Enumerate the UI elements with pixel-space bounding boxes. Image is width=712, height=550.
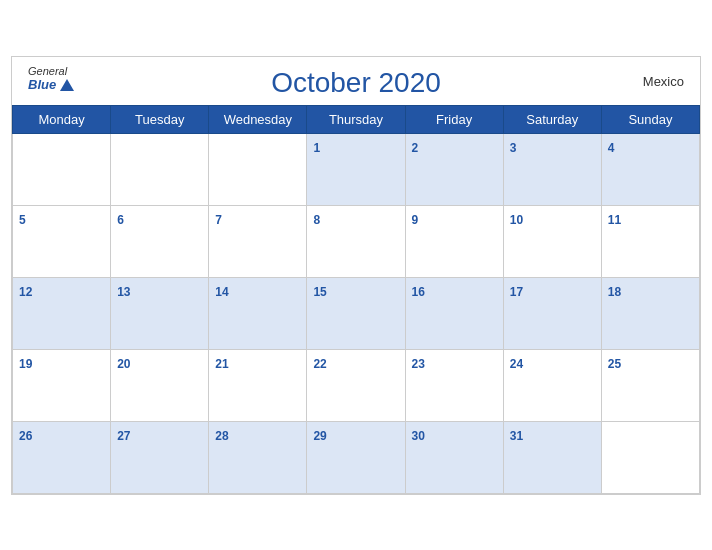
- day-number: 11: [608, 213, 621, 227]
- calendar-day-cell: 19: [13, 349, 111, 421]
- day-number: 27: [117, 429, 130, 443]
- header-sunday: Sunday: [601, 105, 699, 133]
- calendar-day-cell: 9: [405, 205, 503, 277]
- calendar-day-cell: 7: [209, 205, 307, 277]
- calendar-day-cell: 20: [111, 349, 209, 421]
- calendar-week-row: 567891011: [13, 205, 700, 277]
- day-number: 6: [117, 213, 124, 227]
- day-number: 3: [510, 141, 517, 155]
- day-number: 2: [412, 141, 419, 155]
- calendar-day-cell: 27: [111, 421, 209, 493]
- day-number: 23: [412, 357, 425, 371]
- day-number: 5: [19, 213, 26, 227]
- day-number: 18: [608, 285, 621, 299]
- calendar: General Blue October 2020 Mexico Monday …: [11, 56, 701, 495]
- calendar-title: October 2020: [271, 67, 441, 99]
- calendar-day-cell: 12: [13, 277, 111, 349]
- day-number: 4: [608, 141, 615, 155]
- calendar-week-row: 262728293031: [13, 421, 700, 493]
- svg-marker-0: [60, 79, 74, 91]
- calendar-day-cell: 10: [503, 205, 601, 277]
- calendar-day-cell: 23: [405, 349, 503, 421]
- brand-general-text: General: [28, 65, 74, 77]
- calendar-day-cell: [111, 133, 209, 205]
- calendar-day-cell: 18: [601, 277, 699, 349]
- day-number: 14: [215, 285, 228, 299]
- day-number: 30: [412, 429, 425, 443]
- calendar-day-cell: 28: [209, 421, 307, 493]
- calendar-week-row: 12131415161718: [13, 277, 700, 349]
- calendar-day-cell: 2: [405, 133, 503, 205]
- header-monday: Monday: [13, 105, 111, 133]
- day-number: 1: [313, 141, 320, 155]
- header-saturday: Saturday: [503, 105, 601, 133]
- day-number: 13: [117, 285, 130, 299]
- day-number: 26: [19, 429, 32, 443]
- calendar-day-cell: 5: [13, 205, 111, 277]
- day-number: 16: [412, 285, 425, 299]
- day-number: 8: [313, 213, 320, 227]
- calendar-day-cell: 6: [111, 205, 209, 277]
- calendar-day-cell: [209, 133, 307, 205]
- calendar-day-cell: 21: [209, 349, 307, 421]
- calendar-day-cell: [13, 133, 111, 205]
- day-number: 24: [510, 357, 523, 371]
- day-number: 10: [510, 213, 523, 227]
- day-number: 7: [215, 213, 222, 227]
- calendar-day-cell: 29: [307, 421, 405, 493]
- brand: General Blue: [28, 65, 74, 92]
- calendar-week-row: 19202122232425: [13, 349, 700, 421]
- calendar-day-cell: 17: [503, 277, 601, 349]
- calendar-day-cell: 15: [307, 277, 405, 349]
- day-number: 17: [510, 285, 523, 299]
- calendar-day-cell: 30: [405, 421, 503, 493]
- day-number: 22: [313, 357, 326, 371]
- header-wednesday: Wednesday: [209, 105, 307, 133]
- calendar-day-cell: 1: [307, 133, 405, 205]
- calendar-day-cell: [601, 421, 699, 493]
- brand-logo-icon: [60, 79, 74, 91]
- calendar-day-cell: 24: [503, 349, 601, 421]
- calendar-day-cell: 4: [601, 133, 699, 205]
- day-number: 19: [19, 357, 32, 371]
- calendar-day-cell: 16: [405, 277, 503, 349]
- brand-blue-text: Blue: [28, 77, 74, 92]
- day-number: 28: [215, 429, 228, 443]
- calendar-day-cell: 13: [111, 277, 209, 349]
- day-number: 25: [608, 357, 621, 371]
- header-friday: Friday: [405, 105, 503, 133]
- header-tuesday: Tuesday: [111, 105, 209, 133]
- country-label: Mexico: [643, 73, 684, 88]
- day-number: 15: [313, 285, 326, 299]
- day-number: 9: [412, 213, 419, 227]
- calendar-day-cell: 25: [601, 349, 699, 421]
- calendar-day-cell: 14: [209, 277, 307, 349]
- calendar-header: General Blue October 2020 Mexico: [12, 57, 700, 105]
- calendar-week-row: 1234: [13, 133, 700, 205]
- weekday-header-row: Monday Tuesday Wednesday Thursday Friday…: [13, 105, 700, 133]
- header-thursday: Thursday: [307, 105, 405, 133]
- calendar-day-cell: 31: [503, 421, 601, 493]
- calendar-day-cell: 22: [307, 349, 405, 421]
- calendar-day-cell: 26: [13, 421, 111, 493]
- calendar-day-cell: 11: [601, 205, 699, 277]
- day-number: 21: [215, 357, 228, 371]
- calendar-day-cell: 3: [503, 133, 601, 205]
- day-number: 12: [19, 285, 32, 299]
- day-number: 29: [313, 429, 326, 443]
- calendar-table: Monday Tuesday Wednesday Thursday Friday…: [12, 105, 700, 494]
- day-number: 31: [510, 429, 523, 443]
- calendar-day-cell: 8: [307, 205, 405, 277]
- day-number: 20: [117, 357, 130, 371]
